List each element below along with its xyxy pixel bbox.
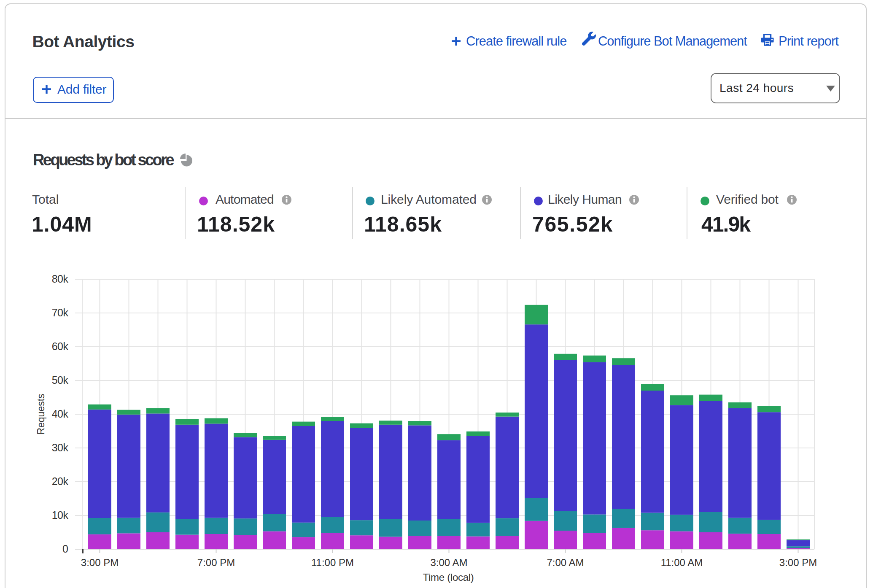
svg-text:20k: 20k xyxy=(52,475,69,487)
svg-text:3:00 PM: 3:00 PM xyxy=(779,557,817,568)
svg-text:Time (local): Time (local) xyxy=(423,572,474,583)
svg-text:11:00 PM: 11:00 PM xyxy=(311,557,354,568)
svg-text:3:00 AM: 3:00 AM xyxy=(430,557,467,568)
svg-text:30k: 30k xyxy=(52,442,69,453)
svg-text:70k: 70k xyxy=(52,307,69,318)
svg-text:60k: 60k xyxy=(52,340,69,352)
svg-text:80k: 80k xyxy=(52,273,69,285)
svg-text:40k: 40k xyxy=(52,408,69,420)
svg-text:50k: 50k xyxy=(52,374,69,386)
svg-text:0: 0 xyxy=(62,543,68,555)
svg-text:10k: 10k xyxy=(52,509,69,521)
svg-text:7:00 PM: 7:00 PM xyxy=(197,557,235,568)
svg-text:7:00 AM: 7:00 AM xyxy=(547,557,584,568)
svg-text:3:00 PM: 3:00 PM xyxy=(81,557,119,568)
svg-text:Requests: Requests xyxy=(35,394,46,434)
svg-text:11:00 AM: 11:00 AM xyxy=(661,557,703,568)
